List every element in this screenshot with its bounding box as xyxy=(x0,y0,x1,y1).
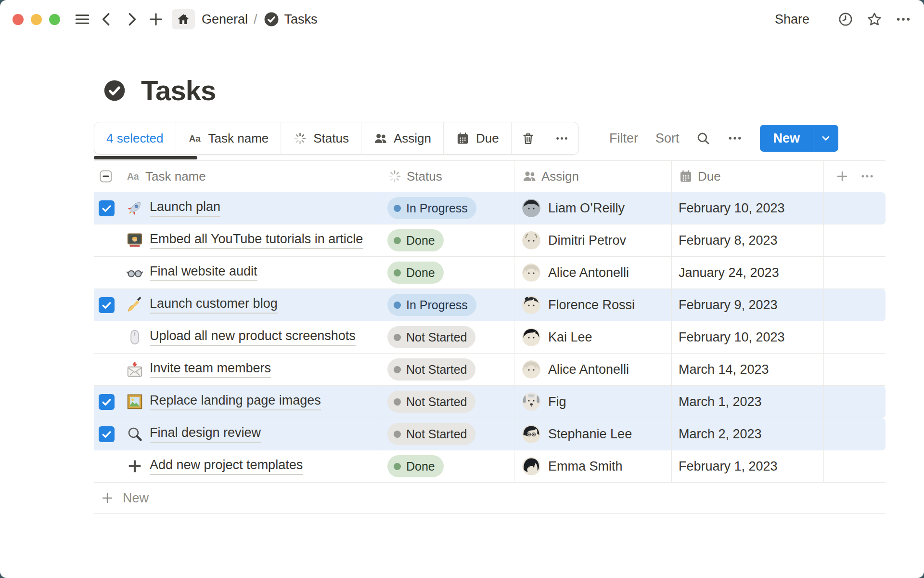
breadcrumb-workspace[interactable]: General xyxy=(202,12,248,27)
due-cell[interactable]: February 10, 2023 xyxy=(672,192,824,224)
task-cell[interactable]: Add new project templates xyxy=(94,450,380,482)
status-badge[interactable]: Not Started xyxy=(387,326,475,348)
view-more-icon[interactable] xyxy=(727,131,743,146)
task-cell[interactable]: Embed all YouTube tutorials in article xyxy=(94,224,380,256)
task-title-link[interactable]: Replace landing page images xyxy=(150,393,321,410)
new-row-button[interactable]: New xyxy=(94,483,886,514)
history-clock-icon[interactable] xyxy=(837,11,854,27)
due-cell[interactable]: February 10, 2023 xyxy=(672,321,824,353)
task-cell[interactable]: Replace landing page images xyxy=(94,386,380,418)
assign-cell[interactable]: Alice Antonelli xyxy=(514,354,672,385)
status-badge[interactable]: Not Started xyxy=(387,423,475,445)
column-header-assign[interactable]: Assign xyxy=(514,161,672,192)
column-header-status[interactable]: Status xyxy=(380,161,514,192)
new-button-label[interactable]: New xyxy=(760,131,813,146)
status-cell[interactable]: Done xyxy=(380,257,514,289)
home-button[interactable] xyxy=(172,9,195,29)
due-cell[interactable]: March 2, 2023 xyxy=(672,418,824,450)
row-checkbox-checked[interactable] xyxy=(99,426,115,442)
add-column-button[interactable] xyxy=(835,169,849,184)
assign-cell[interactable]: Kai Lee xyxy=(514,321,672,353)
assign-cell[interactable]: Alice Antonelli xyxy=(514,257,672,289)
task-title-link[interactable]: Launch plan xyxy=(150,199,220,217)
task-title-link[interactable]: Final design review xyxy=(150,425,261,443)
status-cell[interactable]: Not Started xyxy=(380,354,514,385)
status-badge[interactable]: In Progress xyxy=(387,197,476,219)
new-tab-button[interactable] xyxy=(147,11,165,28)
task-cell[interactable]: Upload all new product screenshots xyxy=(94,321,380,353)
status-cell[interactable]: Not Started xyxy=(380,418,514,450)
task-title-link[interactable]: Add new project templates xyxy=(150,458,303,475)
row-checkbox-checked[interactable] xyxy=(99,394,115,410)
status-badge[interactable]: Done xyxy=(387,262,444,284)
assignee-name: Kai Lee xyxy=(548,330,592,345)
row-checkbox-slot[interactable] xyxy=(99,297,126,313)
column-header-task-name[interactable]: Aa Task name xyxy=(94,161,380,192)
new-button-dropdown[interactable] xyxy=(813,125,838,152)
status-cell[interactable]: In Progress xyxy=(380,192,514,224)
status-badge[interactable]: Not Started xyxy=(387,358,475,381)
sidebar-toggle-icon[interactable] xyxy=(74,11,91,28)
back-button[interactable] xyxy=(98,11,116,28)
row-checkbox-slot[interactable] xyxy=(99,394,126,410)
more-options-icon[interactable] xyxy=(895,11,911,27)
zoom-window-button[interactable] xyxy=(49,14,60,25)
due-cell[interactable]: February 9, 2023 xyxy=(672,289,824,321)
task-title-link[interactable]: Embed all YouTube tutorials in article xyxy=(150,232,363,249)
property-status-button[interactable]: Status xyxy=(281,122,361,154)
minimize-window-button[interactable] xyxy=(31,14,42,25)
assignee-name: Liam O’Reilly xyxy=(548,201,625,216)
favorite-star-icon[interactable] xyxy=(866,11,883,27)
due-cell[interactable]: March 14, 2023 xyxy=(672,354,824,385)
due-cell[interactable]: February 8, 2023 xyxy=(672,224,824,256)
status-badge[interactable]: Done xyxy=(387,455,444,477)
close-window-button[interactable] xyxy=(13,14,24,25)
task-cell[interactable]: Invite team members xyxy=(94,354,380,385)
property-assign-button[interactable]: Assign xyxy=(361,122,444,154)
status-cell[interactable]: Not Started xyxy=(380,321,514,353)
status-badge[interactable]: Done xyxy=(387,229,444,251)
status-cell[interactable]: Done xyxy=(380,450,514,482)
filter-button[interactable]: Filter xyxy=(609,131,638,146)
search-icon[interactable] xyxy=(695,131,711,146)
task-title-link[interactable]: Launch customer blog xyxy=(150,296,278,314)
column-header-due[interactable]: Due xyxy=(672,161,824,192)
selected-count-button[interactable]: 4 selected xyxy=(94,122,176,154)
task-title-link[interactable]: Final website audit xyxy=(150,264,257,281)
status-cell[interactable]: Not Started xyxy=(380,386,514,418)
property-due-button[interactable]: Due xyxy=(444,122,512,154)
status-cell[interactable]: In Progress xyxy=(380,289,514,321)
status-badge[interactable]: In Progress xyxy=(387,294,476,316)
due-cell[interactable]: February 1, 2023 xyxy=(672,450,824,482)
task-cell[interactable]: Final website audit xyxy=(94,257,380,289)
delete-selected-button[interactable] xyxy=(512,122,545,154)
sort-button[interactable]: Sort xyxy=(655,131,680,146)
row-checkbox-slot[interactable] xyxy=(99,200,126,216)
breadcrumb-page[interactable]: Tasks xyxy=(284,12,318,27)
task-title-link[interactable]: Upload all new product screenshots xyxy=(150,328,356,346)
task-title-link[interactable]: Invite team members xyxy=(150,361,271,378)
row-checkbox-checked[interactable] xyxy=(99,297,115,313)
new-button[interactable]: New xyxy=(760,125,838,152)
row-checkbox-slot[interactable] xyxy=(99,426,126,442)
status-badge[interactable]: Not Started xyxy=(387,391,475,413)
table-more-button[interactable] xyxy=(860,169,874,184)
assign-cell[interactable]: Stephanie Lee xyxy=(514,418,672,450)
select-all-checkbox[interactable] xyxy=(99,169,113,184)
share-button[interactable]: Share xyxy=(775,12,809,27)
assign-cell[interactable]: Liam O’Reilly xyxy=(514,192,672,224)
property-task-name-button[interactable]: Aa Task name xyxy=(176,122,282,154)
task-cell[interactable]: Launch customer blog xyxy=(94,289,380,321)
task-cell[interactable]: Launch plan xyxy=(94,192,380,224)
assign-cell[interactable]: Florence Rossi xyxy=(514,289,672,321)
assign-cell[interactable]: Fig xyxy=(514,386,672,418)
due-cell[interactable]: January 24, 2023 xyxy=(672,257,824,289)
status-cell[interactable]: Done xyxy=(380,224,514,256)
due-cell[interactable]: March 1, 2023 xyxy=(672,386,824,418)
task-cell[interactable]: Final design review xyxy=(94,418,380,450)
assign-cell[interactable]: Emma Smith xyxy=(514,450,672,482)
row-checkbox-checked[interactable] xyxy=(99,200,115,216)
selection-more-button[interactable] xyxy=(545,122,578,154)
assign-cell[interactable]: Dimitri Petrov xyxy=(514,224,672,256)
forward-button[interactable] xyxy=(123,11,140,28)
